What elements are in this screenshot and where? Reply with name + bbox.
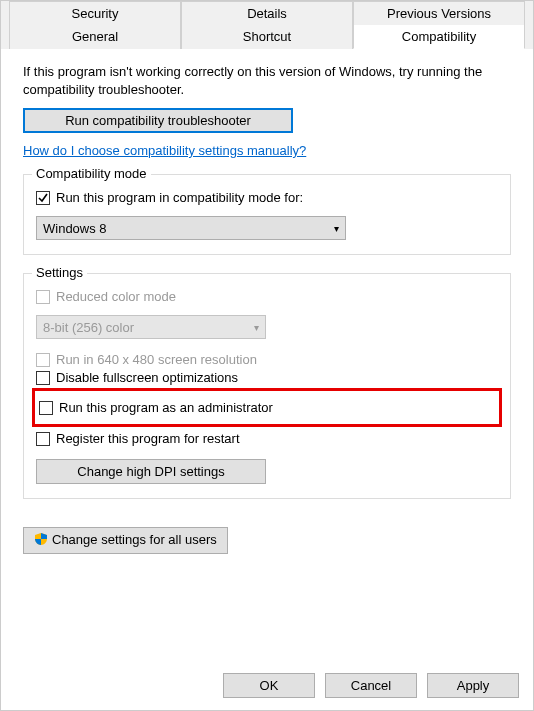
run-640-label: Run in 640 x 480 screen resolution [56, 352, 257, 367]
cancel-button[interactable]: Cancel [325, 673, 417, 698]
settings-group: Settings Reduced color mode 8-bit (256) … [23, 273, 511, 499]
help-link[interactable]: How do I choose compatibility settings m… [23, 143, 306, 158]
disable-fullscreen-label: Disable fullscreen optimizations [56, 370, 238, 385]
compatibility-mode-title: Compatibility mode [32, 166, 151, 181]
reduced-color-label: Reduced color mode [56, 289, 176, 304]
intro-text: If this program isn't working correctly … [23, 63, 511, 98]
tab-content: If this program isn't working correctly … [1, 48, 533, 527]
run-as-admin-label: Run this program as an administrator [59, 400, 273, 415]
change-dpi-button[interactable]: Change high DPI settings [36, 459, 266, 484]
reduced-color-checkbox [36, 290, 50, 304]
apply-button[interactable]: Apply [427, 673, 519, 698]
tab-shortcut[interactable]: Shortcut [181, 25, 353, 49]
compat-mode-value: Windows 8 [43, 221, 107, 236]
properties-dialog: Security Details Previous Versions Gener… [0, 0, 534, 711]
color-depth-value: 8-bit (256) color [43, 320, 134, 335]
tab-compatibility[interactable]: Compatibility [353, 25, 525, 49]
tab-previous-versions[interactable]: Previous Versions [353, 1, 525, 25]
dialog-footer: OK Cancel Apply [223, 673, 519, 698]
compatibility-mode-group: Compatibility mode Run this program in c… [23, 174, 511, 255]
chevron-down-icon: ▾ [334, 223, 339, 234]
compat-mode-dropdown[interactable]: Windows 8 ▾ [36, 216, 346, 240]
register-restart-row[interactable]: Register this program for restart [36, 431, 498, 446]
color-depth-dropdown: 8-bit (256) color ▾ [36, 315, 266, 339]
run-as-admin-highlight: Run this program as an administrator [32, 388, 502, 427]
compat-mode-checkbox[interactable] [36, 191, 50, 205]
chevron-down-icon: ▾ [254, 322, 259, 333]
tab-general[interactable]: General [9, 25, 181, 49]
register-restart-checkbox[interactable] [36, 432, 50, 446]
disable-fullscreen-row[interactable]: Disable fullscreen optimizations [36, 370, 498, 385]
run-640-row: Run in 640 x 480 screen resolution [36, 352, 498, 367]
run-as-admin-checkbox[interactable] [39, 401, 53, 415]
change-all-users-label: Change settings for all users [52, 532, 217, 547]
register-restart-label: Register this program for restart [56, 431, 240, 446]
check-icon [38, 193, 48, 203]
disable-fullscreen-checkbox[interactable] [36, 371, 50, 385]
compat-mode-label: Run this program in compatibility mode f… [56, 190, 303, 205]
tab-security[interactable]: Security [9, 1, 181, 25]
change-all-users-button[interactable]: Change settings for all users [23, 527, 228, 554]
reduced-color-row: Reduced color mode [36, 289, 498, 304]
run-640-checkbox [36, 353, 50, 367]
compat-mode-checkbox-row[interactable]: Run this program in compatibility mode f… [36, 190, 498, 205]
run-as-admin-row[interactable]: Run this program as an administrator [39, 400, 495, 415]
shield-icon [34, 532, 48, 549]
ok-button[interactable]: OK [223, 673, 315, 698]
tab-details[interactable]: Details [181, 1, 353, 25]
run-troubleshooter-button[interactable]: Run compatibility troubleshooter [23, 108, 293, 133]
settings-title: Settings [32, 265, 87, 280]
tab-strip: Security Details Previous Versions Gener… [1, 1, 533, 49]
